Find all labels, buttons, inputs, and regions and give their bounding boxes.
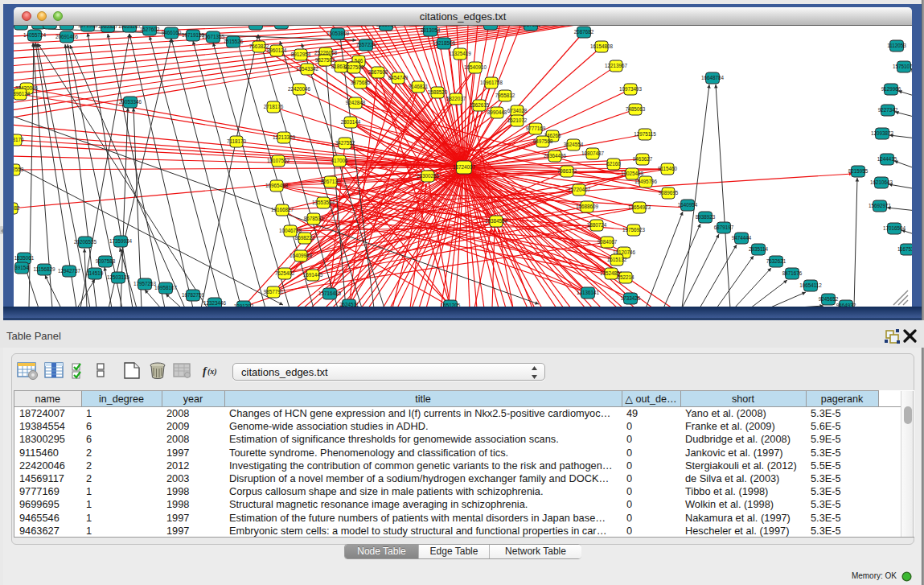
svg-text:417006: 417006 bbox=[331, 158, 348, 163]
svg-text:19384554: 19384554 bbox=[485, 218, 508, 224]
svg-text:1588520: 1588520 bbox=[428, 89, 448, 95]
svg-text:114519: 114519 bbox=[87, 270, 104, 276]
svg-text:12503135: 12503135 bbox=[107, 274, 130, 280]
svg-text:15716485: 15716485 bbox=[318, 290, 342, 296]
svg-text:7955812: 7955812 bbox=[495, 93, 515, 98]
svg-text:252214: 252214 bbox=[617, 274, 634, 280]
svg-text:6879197: 6879197 bbox=[714, 225, 734, 230]
svg-text:9777169: 9777169 bbox=[526, 126, 546, 131]
svg-text:9097588: 9097588 bbox=[96, 258, 116, 264]
svg-text:10965498: 10965498 bbox=[265, 183, 289, 188]
svg-text:6734028: 6734028 bbox=[507, 108, 528, 113]
svg-text:6497568: 6497568 bbox=[533, 138, 553, 144]
svg-text:11325419: 11325419 bbox=[449, 51, 471, 56]
svg-text:11156829: 11156829 bbox=[33, 266, 55, 272]
svg-text:2803144: 2803144 bbox=[341, 119, 361, 125]
svg-text:3427552: 3427552 bbox=[335, 140, 355, 146]
svg-text:8454749: 8454749 bbox=[388, 75, 409, 80]
svg-text:12093872: 12093872 bbox=[871, 130, 894, 136]
svg-text:9327508: 9327508 bbox=[344, 64, 364, 70]
svg-text:1640954: 1640954 bbox=[678, 202, 698, 208]
svg-text:2718176: 2718176 bbox=[264, 104, 284, 109]
svg-text:7663820: 7663820 bbox=[246, 26, 266, 27]
svg-text:8471676: 8471676 bbox=[782, 270, 803, 276]
svg-text:7625402: 7625402 bbox=[275, 270, 295, 276]
svg-text:12323446: 12323446 bbox=[203, 300, 227, 306]
svg-text:8813054: 8813054 bbox=[421, 27, 441, 33]
svg-text:20364436: 20364436 bbox=[544, 153, 567, 159]
svg-text:7632621: 7632621 bbox=[766, 258, 786, 264]
svg-text:14136141: 14136141 bbox=[577, 290, 600, 295]
svg-text:1012553: 1012553 bbox=[14, 167, 24, 172]
svg-text:12975115: 12975115 bbox=[634, 131, 656, 137]
svg-text:2069140: 2069140 bbox=[57, 26, 77, 27]
svg-text:1065327: 1065327 bbox=[98, 26, 118, 29]
svg-text:7357224: 7357224 bbox=[356, 42, 376, 47]
svg-text:20053346: 20053346 bbox=[119, 99, 142, 105]
svg-text:15692971: 15692971 bbox=[869, 203, 892, 208]
svg-text:16540910: 16540910 bbox=[464, 64, 487, 70]
svg-text:14055724: 14055724 bbox=[23, 32, 47, 38]
svg-text:9115460: 9115460 bbox=[658, 166, 678, 171]
svg-text:9227342: 9227342 bbox=[878, 107, 898, 113]
svg-text:16210643: 16210643 bbox=[870, 179, 893, 185]
svg-text:7515526: 7515526 bbox=[224, 39, 244, 44]
svg-text:7986372: 7986372 bbox=[557, 168, 577, 174]
svg-text:1071915: 1071915 bbox=[78, 26, 98, 28]
svg-text:718170: 718170 bbox=[14, 137, 24, 142]
svg-text:16782759: 16782759 bbox=[182, 292, 205, 298]
svg-text:10653267: 10653267 bbox=[118, 26, 142, 29]
svg-text:9129966: 9129966 bbox=[881, 86, 901, 92]
svg-text:1621072: 1621072 bbox=[507, 117, 528, 123]
svg-text:9474444: 9474444 bbox=[732, 235, 752, 241]
svg-text:10688609: 10688609 bbox=[576, 204, 599, 209]
svg-text:9466160: 9466160 bbox=[162, 30, 182, 35]
svg-text:1691445: 1691445 bbox=[303, 272, 323, 278]
svg-text:1167534: 1167534 bbox=[897, 246, 912, 252]
svg-text:19166827: 19166827 bbox=[271, 207, 294, 212]
svg-text:7485063: 7485063 bbox=[626, 106, 646, 112]
svg-text:1835061: 1835061 bbox=[14, 255, 35, 261]
svg-text:9896124: 9896124 bbox=[14, 91, 31, 97]
svg-text:12213967: 12213967 bbox=[605, 63, 628, 68]
svg-text:10973493: 10973493 bbox=[619, 86, 643, 92]
svg-text:13654923: 13654923 bbox=[628, 204, 651, 210]
svg-text:8912954: 8912954 bbox=[291, 51, 311, 57]
svg-text:19756923: 19756923 bbox=[622, 227, 646, 233]
svg-text:15495796: 15495796 bbox=[634, 179, 658, 184]
svg-text:2935114: 2935114 bbox=[749, 246, 769, 252]
svg-text:9146821: 9146821 bbox=[409, 84, 429, 89]
svg-text:1651205: 1651205 bbox=[441, 303, 461, 307]
svg-text:1362615: 1362615 bbox=[470, 102, 490, 108]
svg-text:19218506: 19218506 bbox=[433, 40, 456, 46]
svg-text:10958107: 10958107 bbox=[154, 285, 178, 290]
svg-text:2055724: 2055724 bbox=[14, 26, 31, 27]
svg-text:12213369: 12213369 bbox=[273, 134, 296, 140]
svg-text:10025488: 10025488 bbox=[621, 171, 644, 176]
svg-text:9089695: 9089695 bbox=[659, 190, 679, 196]
svg-text:9464932: 9464932 bbox=[836, 303, 856, 307]
svg-text:10961758: 10961758 bbox=[480, 80, 503, 85]
svg-text:9245652: 9245652 bbox=[819, 296, 839, 302]
svg-text:2087680: 2087680 bbox=[481, 26, 501, 27]
svg-text:17957253: 17957253 bbox=[133, 281, 157, 286]
svg-text:1244415: 1244415 bbox=[877, 156, 897, 162]
svg-text:39154: 39154 bbox=[14, 265, 29, 270]
svg-text:2867608: 2867608 bbox=[368, 69, 388, 75]
svg-text:2087681: 2087681 bbox=[521, 26, 541, 27]
svg-text:(x): (x) bbox=[207, 367, 217, 377]
svg-text:3624554: 3624554 bbox=[564, 142, 584, 147]
svg-text:9857791: 9857791 bbox=[264, 289, 284, 295]
svg-text:16154808: 16154808 bbox=[590, 43, 614, 49]
svg-text:8215955: 8215955 bbox=[848, 168, 869, 174]
svg-text:8938923: 8938923 bbox=[696, 214, 716, 220]
svg-text:9827503: 9827503 bbox=[315, 57, 335, 63]
svg-text:18724007: 18724007 bbox=[453, 164, 476, 170]
svg-text:16053809: 16053809 bbox=[326, 31, 350, 36]
svg-text:8698222: 8698222 bbox=[295, 235, 315, 241]
svg-text:1880724: 1880724 bbox=[587, 222, 607, 228]
svg-text:23300235: 23300235 bbox=[417, 173, 440, 179]
svg-text:2087682: 2087682 bbox=[574, 29, 594, 35]
svg-text:1527602: 1527602 bbox=[140, 27, 160, 32]
svg-text:16409948: 16409948 bbox=[290, 253, 313, 258]
